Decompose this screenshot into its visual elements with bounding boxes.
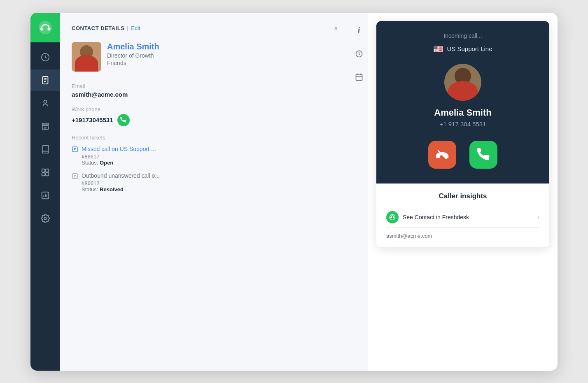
sidebar-item-phone[interactable] [30,70,60,91]
calendar-icon [355,73,363,81]
sidebar-item-campaigns[interactable] [30,162,60,183]
info-icon-btn[interactable]: i [352,24,366,37]
ticket-item-1: Missed call on US Support ... #86617 Sta… [72,146,338,166]
contact-name: Amelia Smith [107,42,159,51]
sidebar-item-settings[interactable] [30,208,60,229]
contact-details-panel: CONTACT DETAILS | Edit ∧ Amelia Smith Di… [60,13,350,371]
caller-phone: +1 917 304 5531 [439,121,486,128]
sidebar-item-reports[interactable] [30,185,60,206]
ticket-link-1[interactable]: Missed call on US Support ... [72,146,338,153]
call-line: 🇺🇸 US Support Line [433,44,492,54]
svg-rect-22 [356,74,362,80]
sidebar-item-dashboard[interactable] [30,46,60,68]
sidebar-item-tickets[interactable] [30,116,60,137]
calendar-icon-btn[interactable] [352,70,366,84]
ticket-number-2: #86612 [82,180,338,186]
edit-link[interactable]: Edit [131,25,140,31]
contact-details-header: CONTACT DETAILS | Edit ∧ [72,24,338,32]
contact-email-display: asmith@acme.com [386,228,539,239]
contact-role: Director of Growth [107,52,159,59]
svg-point-2 [47,28,50,30]
svg-rect-13 [46,169,49,172]
sidebar-item-solutions[interactable] [30,139,60,160]
contact-profile: Amelia Smith Director of Growth Friends [72,42,338,72]
email-section: Email asmith@acme.com [72,83,338,98]
icons-panel: i [350,13,368,371]
freshdesk-chevron: › [537,214,539,221]
contact-company: Friends [107,60,159,66]
freshdesk-contact-link[interactable]: See Contact in Freshdesk › [386,207,539,228]
call-button[interactable] [117,114,130,126]
call-panel-top: Incoming call... 🇺🇸 US Support Line Amel… [376,21,549,183]
sidebar-logo [30,13,60,42]
incoming-call-panel: Incoming call... 🇺🇸 US Support Line Amel… [376,21,549,247]
ticket-item-2: Outbound unanswered call o... #86612 Sta… [72,172,338,193]
recent-tickets-section: Recent tickets Missed call on US Support… [72,135,338,193]
caller-avatar [444,64,481,101]
ticket-status-2: Status: Resolved [82,186,338,193]
svg-point-29 [393,217,394,218]
ticket-number-1: #86617 [82,153,338,160]
svg-point-8 [44,100,47,103]
contact-details-title: CONTACT DETAILS [72,25,124,31]
freshdesk-link-text: See Contact in Freshdesk [403,214,533,221]
sidebar [30,13,60,371]
ticket-link-2[interactable]: Outbound unanswered call o... [72,172,338,179]
timer-icon-btn[interactable] [352,47,366,60]
timer-icon [355,50,363,58]
svg-rect-15 [46,172,49,175]
svg-point-28 [390,217,392,218]
svg-rect-12 [42,169,45,172]
svg-point-17 [44,217,47,220]
accept-call-button[interactable] [469,141,497,169]
caller-insights-title: Caller insights [386,192,539,200]
contact-avatar [72,42,101,72]
freshdesk-icon [386,211,399,223]
svg-point-1 [40,28,43,30]
incoming-call-label: Incoming call... [443,32,482,39]
sidebar-item-contacts[interactable] [30,93,60,114]
flag-emoji: 🇺🇸 [433,44,443,54]
info-icon: i [358,26,360,35]
header-divider: | [127,25,128,31]
accept-icon [477,148,490,161]
recent-tickets-label: Recent tickets [72,135,338,141]
decline-icon [436,148,449,161]
call-actions [428,141,497,169]
email-value: asmith@acme.com [72,91,338,98]
decline-call-button[interactable] [428,141,456,169]
email-label: Email [72,83,338,89]
svg-rect-14 [42,172,45,175]
sidebar-navigation [30,46,60,371]
collapse-button[interactable]: ∧ [334,24,338,32]
ticket-status-1: Status: Open [82,160,338,166]
caller-name: Amelia Smith [434,107,491,118]
contact-info: Amelia Smith Director of Growth Friends [107,42,159,66]
phone-label: Work phone [72,106,338,112]
phone-section: Work phone +19173045531 [72,106,338,126]
caller-insights-section: Caller insights See Contact in Freshdesk… [376,183,549,247]
phone-value: +19173045531 [72,114,338,126]
call-line-name: US Support Line [447,45,492,52]
svg-point-0 [39,21,52,34]
